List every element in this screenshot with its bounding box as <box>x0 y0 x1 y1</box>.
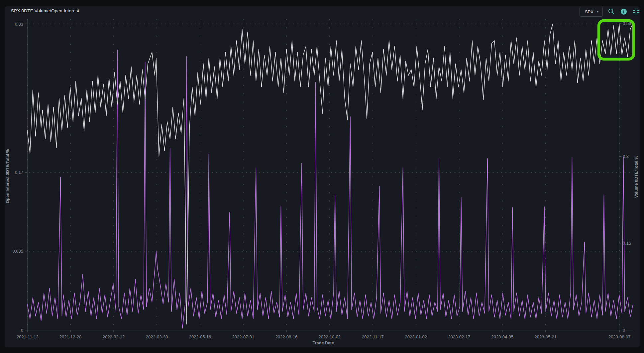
y-axis-left-tick-label: 0.17 <box>15 170 23 175</box>
x-axis-tick-label: 2023-02-17 <box>448 334 471 339</box>
x-axis-tick-label: 2023-08-07 <box>608 334 631 339</box>
x-axis-tick-label: 2023-01-02 <box>405 334 427 339</box>
x-axis-tick-label: 2021-11-12 <box>17 334 39 339</box>
x-axis-tick-label: 2022-08-16 <box>275 334 298 339</box>
chevron-down-icon: ▾ <box>597 10 598 13</box>
symbol-dropdown-value: SPX <box>585 9 593 14</box>
y-axis-right-tick-label: 0 <box>623 328 625 333</box>
y-axis-left-tick-label: 0.33 <box>15 22 23 27</box>
x-axis-tick-label: 2021-12-28 <box>59 334 82 339</box>
collapse-button[interactable] <box>632 8 640 16</box>
symbol-dropdown[interactable]: SPX ▾ <box>580 7 603 17</box>
y-axis-right-tick-label: 0.3 <box>623 154 629 159</box>
y-axis-left-tick-label: 0.085 <box>12 249 23 254</box>
collapse-icon <box>632 8 640 16</box>
chart-canvas: 0.330.170.08500.530.30.1502021-11-122021… <box>0 0 644 353</box>
chart-title: SPX 0DTE Volume/Open Interest <box>11 8 79 13</box>
info-icon <box>620 8 627 15</box>
x-axis-tick-label: 2022-02-12 <box>103 334 125 339</box>
x-axis-tick-label: 2022-05-16 <box>189 334 211 339</box>
header-controls: SPX ▾ <box>580 6 640 17</box>
zoom-out-icon <box>607 8 615 16</box>
x-axis-tick-label: 2023-05-21 <box>535 334 557 339</box>
y-axis-right-title: Volume 0DTE/Total % <box>634 156 639 198</box>
y-axis-left-title: Open Interest 0DTE/Total % <box>5 149 10 203</box>
y-axis-left-tick-label: 0 <box>21 328 23 333</box>
x-axis-tick-label: 2022-07-01 <box>232 334 255 339</box>
x-axis-tick-label: 2022-03-30 <box>146 334 168 339</box>
x-axis-tick-label: 2022-11-17 <box>362 334 384 339</box>
open-interest-line <box>27 50 633 328</box>
zoom-out-button[interactable] <box>607 8 615 16</box>
info-button[interactable] <box>620 8 627 15</box>
x-axis-tick-label: 2022-10-02 <box>319 334 341 339</box>
x-axis-tick-label: 2023-04-05 <box>491 334 514 339</box>
x-axis-title: Trade Date <box>313 341 334 345</box>
